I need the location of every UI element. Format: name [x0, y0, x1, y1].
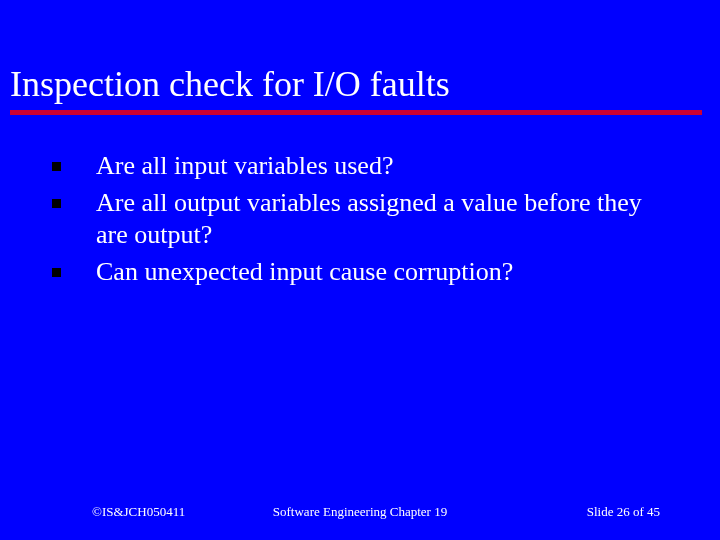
footer-center: Software Engineering Chapter 19 [273, 504, 447, 520]
bullet-list: Are all input variables used? Are all ou… [48, 150, 680, 288]
bullet-item: Can unexpected input cause corruption? [48, 256, 680, 289]
title-underline [10, 110, 702, 115]
slide-title: Inspection check for I/O faults [10, 66, 702, 104]
footer: ©IS&JCH050411 Software Engineering Chapt… [0, 504, 720, 520]
body-area: Are all input variables used? Are all ou… [48, 150, 680, 292]
footer-right: Slide 26 of 45 [587, 504, 660, 520]
slide: Inspection check for I/O faults Are all … [0, 0, 720, 540]
title-area: Inspection check for I/O faults [10, 66, 702, 115]
bullet-item: Are all output variables assigned a valu… [48, 187, 680, 252]
footer-left: ©IS&JCH050411 [92, 504, 185, 520]
bullet-item: Are all input variables used? [48, 150, 680, 183]
